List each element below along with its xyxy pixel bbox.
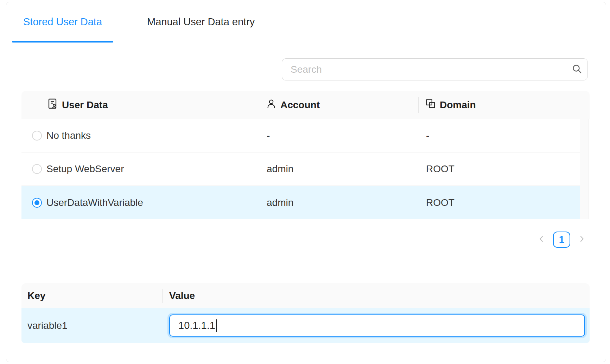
tab-manual-user-data-entry[interactable]: Manual User Data entry: [136, 2, 266, 42]
current-page[interactable]: 1: [553, 232, 570, 248]
search-button[interactable]: [566, 58, 588, 80]
table-body: No thanks - - Setup WebServer admin ROOT…: [21, 119, 590, 219]
column-header-value: Value: [162, 283, 590, 308]
tab-stored-user-data[interactable]: Stored User Data: [12, 2, 113, 42]
tab-label: Manual User Data entry: [147, 16, 255, 28]
solution-document-icon: [47, 98, 58, 112]
column-header-key: Key: [21, 283, 162, 308]
chevron-left-icon: [536, 234, 546, 245]
block-icon: [425, 98, 436, 111]
cell-user-data: Setup WebServer: [46, 163, 124, 175]
kv-key-label: variable1: [21, 320, 162, 331]
table-row-userdatawithvariable[interactable]: UserDataWithVariable admin ROOT: [21, 186, 580, 219]
chevron-right-icon: [577, 234, 587, 245]
table-scrollbar-track[interactable]: [580, 119, 589, 219]
cell-domain: -: [418, 130, 580, 141]
user-data-table: User Data Account Domain: [21, 91, 590, 219]
radio-no-thanks[interactable]: [32, 131, 42, 141]
column-label: Account: [280, 99, 320, 111]
column-header-account: Account: [259, 91, 418, 119]
kv-table-header: Key Value: [21, 283, 590, 308]
search-icon: [571, 63, 583, 76]
cell-account: admin: [259, 197, 418, 208]
table-row-setup-webserver[interactable]: Setup WebServer admin ROOT: [21, 152, 580, 186]
cell-user-data: UserDataWithVariable: [46, 197, 143, 208]
cell-domain: ROOT: [418, 197, 580, 208]
user-data-dialog: Stored User Data Manual User Data entry: [6, 2, 606, 362]
table-row-no-thanks[interactable]: No thanks - -: [21, 119, 580, 152]
cell-user-data: No thanks: [46, 130, 91, 141]
column-header-user-data: User Data: [21, 91, 259, 119]
prev-page-button[interactable]: [535, 234, 547, 246]
search-group: [282, 58, 588, 80]
key-value-table: Key Value variable1 10.1.1.1: [21, 283, 590, 343]
cell-account: -: [259, 130, 418, 141]
cell-account: admin: [259, 163, 418, 175]
radio-setup-webserver[interactable]: [32, 164, 42, 174]
radio-userdatawithvariable[interactable]: [32, 198, 42, 208]
next-page-button[interactable]: [576, 234, 588, 246]
value-input-text: 10.1.1.1: [178, 320, 215, 331]
user-icon: [266, 98, 277, 111]
tab-bar: Stored User Data Manual User Data entry: [6, 2, 606, 42]
kv-row-variable1: variable1 10.1.1.1: [21, 308, 590, 343]
cell-domain: ROOT: [418, 163, 580, 175]
search-input[interactable]: [282, 58, 566, 80]
tab-label: Stored User Data: [23, 16, 102, 28]
table-header: User Data Account Domain: [21, 91, 590, 119]
column-label: User Data: [62, 99, 108, 111]
value-input[interactable]: 10.1.1.1: [169, 314, 585, 337]
column-label: Domain: [440, 99, 476, 111]
column-header-domain: Domain: [418, 91, 590, 119]
text-cursor: [216, 319, 217, 332]
pagination: 1: [535, 231, 588, 248]
